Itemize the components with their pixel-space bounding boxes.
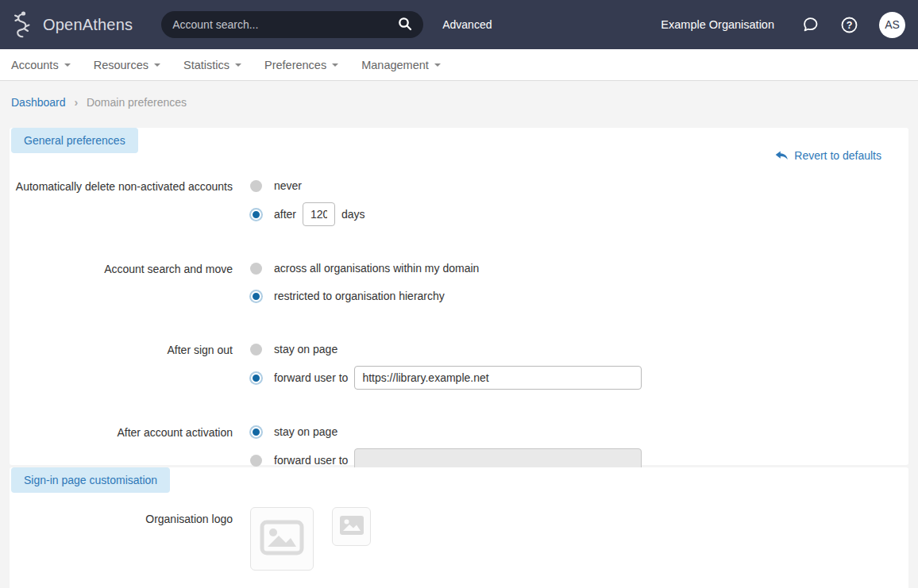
breadcrumb-current: Domain preferences [87, 96, 187, 109]
radio-option-forward-user[interactable]: forward user to [250, 366, 642, 390]
caret-down-icon [434, 63, 441, 67]
nav-item-preferences[interactable]: Preferences [264, 59, 338, 71]
organisation-logo-large-placeholder[interactable] [250, 507, 314, 571]
radio-unselected-icon[interactable] [250, 263, 262, 275]
caret-down-icon [332, 63, 338, 67]
form-row-search-and-move: Account search and move across all organ… [10, 257, 908, 313]
tab-general-preferences[interactable]: General preferences [11, 128, 138, 153]
search-icon[interactable] [398, 17, 412, 33]
field-label: Organisation logo [10, 507, 233, 571]
form-row-auto-delete: Automatically delete non-activated accou… [10, 175, 908, 232]
radio-option-across-domain[interactable]: across all organisations within my domai… [250, 257, 485, 279]
breadcrumb: Dashboard › Domain preferences [0, 81, 918, 128]
radio-unselected-icon[interactable] [250, 180, 262, 192]
svg-text:?: ? [847, 19, 853, 30]
days-input[interactable] [303, 202, 335, 226]
radio-option-stay-on-page[interactable]: stay on page [250, 338, 642, 360]
nav-item-accounts[interactable]: Accounts [11, 59, 71, 71]
form-row-after-sign-out: After sign out stay on page forward user… [10, 338, 908, 395]
organisation-name[interactable]: Example Organisation [661, 18, 774, 31]
brand-name: OpenAthens [43, 16, 133, 34]
field-label: After sign out [10, 338, 233, 395]
form-row-organisation-logo: Organisation logo [10, 507, 908, 571]
chat-icon[interactable] [801, 16, 820, 34]
field-label: Account search and move [10, 257, 233, 313]
radio-selected-icon[interactable] [251, 291, 261, 302]
field-label: Automatically delete non-activated accou… [10, 175, 233, 232]
help-icon[interactable]: ? [840, 16, 858, 34]
caret-down-icon [64, 63, 71, 67]
caret-down-icon [154, 63, 160, 67]
gecko-logo-icon [11, 10, 37, 40]
advanced-search-link[interactable]: Advanced [442, 18, 492, 31]
caret-down-icon [235, 63, 241, 67]
radio-selected-icon[interactable] [251, 373, 261, 383]
tab-signin-page-customisation[interactable]: Sign-in page customisation [11, 467, 170, 493]
breadcrumb-dashboard-link[interactable]: Dashboard [11, 96, 66, 109]
image-placeholder-icon [260, 520, 304, 558]
radio-unselected-icon[interactable] [250, 455, 262, 467]
account-search-box [161, 11, 423, 38]
radio-unselected-icon[interactable] [250, 344, 262, 355]
radio-option-after-days[interactable]: after days [250, 202, 365, 226]
radio-option-stay-on-page[interactable]: stay on page [250, 421, 642, 443]
revert-to-defaults-link[interactable]: Revert to defaults [775, 149, 881, 162]
nav-item-resources[interactable]: Resources [94, 59, 160, 71]
nav-item-statistics[interactable]: Statistics [183, 59, 241, 71]
image-placeholder-icon [340, 516, 364, 537]
app-header: OpenAthens Advanced Example Organisation… [0, 0, 918, 49]
search-input[interactable] [172, 18, 398, 31]
general-preferences-panel: General preferences Revert to defaults A… [10, 128, 908, 465]
sign-out-forward-url-input[interactable] [354, 366, 642, 390]
radio-selected-icon[interactable] [251, 209, 261, 220]
radio-selected-icon[interactable] [251, 427, 261, 437]
radio-option-never[interactable]: never [250, 175, 365, 197]
undo-icon [775, 150, 789, 161]
radio-option-restricted-hierarchy[interactable]: restricted to organisation hierarchy [250, 285, 485, 307]
openathens-logo[interactable]: OpenAthens [11, 10, 133, 40]
user-avatar[interactable]: AS [879, 12, 905, 38]
breadcrumb-separator: › [74, 96, 78, 109]
nav-item-management[interactable]: Management [361, 59, 441, 71]
signin-customisation-panel: Sign-in page customisation Organisation … [10, 467, 908, 588]
main-nav: Accounts Resources Statistics Preference… [0, 49, 918, 81]
organisation-logo-small-placeholder[interactable] [332, 507, 371, 546]
